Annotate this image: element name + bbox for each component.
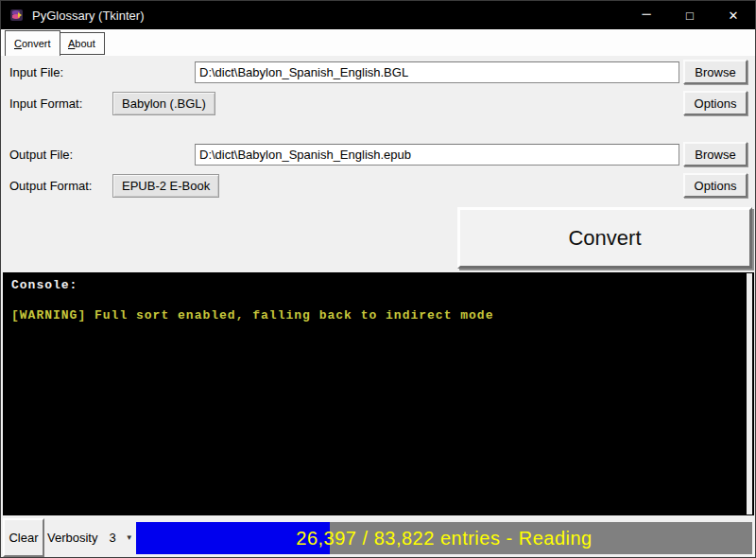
output-file-field[interactable] (195, 144, 679, 166)
console-line: [WARNING] Full sort enabled, falling bac… (11, 308, 746, 323)
input-format-button[interactable]: Babylon (.BGL) (112, 92, 215, 115)
progress-text: 26,397 / 83,822 entries - Reading (136, 522, 752, 554)
tab-convert[interactable]: Convert (5, 30, 60, 56)
convert-form: Input File: Browse Input Format: Babylon… (1, 56, 755, 272)
output-format-label: Output Format: (9, 179, 92, 193)
close-button[interactable]: ✕ (712, 1, 755, 29)
input-file-label: Input File: (9, 65, 63, 79)
input-format-label: Input Format: (9, 96, 82, 111)
console-header: Console: (11, 278, 746, 292)
progress-bar: 26,397 / 83,822 entries - Reading (136, 522, 752, 554)
minimize-button[interactable]: ─ (625, 1, 668, 29)
output-browse-button[interactable]: Browse (683, 142, 747, 166)
pyglossary-window: PyGlossary (Tkinter) ─ □ ✕ Convert About… (0, 0, 756, 558)
title-bar: PyGlossary (Tkinter) ─ □ ✕ (1, 1, 755, 29)
verbosity-label: Verbosity (47, 531, 97, 545)
console-output[interactable]: Console: [WARNING] Full sort enabled, fa… (3, 272, 754, 515)
output-file-label: Output File: (9, 148, 73, 162)
tab-strip: Convert About (1, 29, 755, 56)
clear-button[interactable]: Clear (3, 518, 44, 557)
tab-about[interactable]: About (59, 32, 105, 55)
verbosity-control: Verbosity 3 ▼ (47, 516, 133, 558)
input-browse-button[interactable]: Browse (683, 60, 747, 84)
chevron-down-icon[interactable]: ▼ (126, 533, 133, 542)
input-file-field[interactable] (195, 61, 679, 83)
status-bar: Clear Verbosity 3 ▼ 26,397 / 83,822 entr… (1, 516, 755, 558)
console-scrollbar[interactable] (747, 273, 752, 514)
maximize-button[interactable]: □ (668, 1, 712, 29)
pyglossary-app-icon (9, 8, 25, 23)
window-controls: ─ □ ✕ (625, 1, 755, 29)
window-title: PyGlossary (Tkinter) (32, 9, 144, 23)
verbosity-value[interactable]: 3 (109, 531, 115, 545)
output-options-button[interactable]: Options (683, 173, 747, 198)
output-format-button[interactable]: EPUB-2 E-Book (112, 174, 219, 198)
input-options-button[interactable]: Options (683, 91, 747, 115)
convert-button[interactable]: Convert (457, 207, 752, 269)
